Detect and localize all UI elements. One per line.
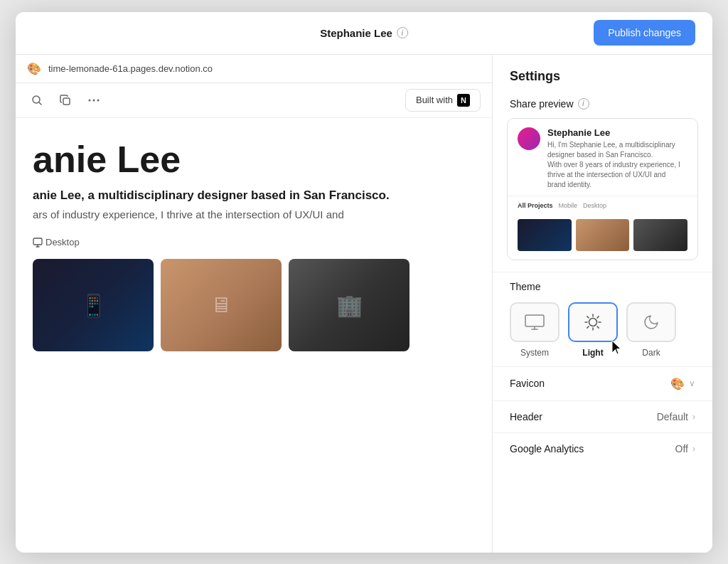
header-row-label: Header bbox=[510, 411, 542, 422]
publish-button[interactable]: Publish changes bbox=[594, 20, 695, 46]
preview-tab-all: All Projects bbox=[518, 201, 553, 211]
google-analytics-chevron-icon: › bbox=[692, 444, 695, 454]
settings-header: Settings bbox=[493, 55, 712, 92]
content-tabs-row: Desktop bbox=[33, 237, 475, 248]
theme-option-system[interactable]: System bbox=[510, 302, 560, 358]
url-text: time-lemonade-61a.pages.dev.notion.co bbox=[48, 63, 213, 74]
copy-icon[interactable] bbox=[55, 90, 75, 110]
preview-card: Stephanie Lee Hi, I'm Stephanie Lee, a m… bbox=[507, 118, 698, 260]
share-preview-row: Share preview i bbox=[493, 92, 712, 118]
preview-desc-2: With over 8 years of industry experience… bbox=[547, 160, 687, 180]
google-analytics-value: Off › bbox=[675, 443, 695, 454]
svg-line-1 bbox=[39, 102, 42, 105]
svg-line-20 bbox=[587, 326, 589, 328]
svg-point-3 bbox=[89, 99, 91, 101]
avatar bbox=[518, 127, 540, 150]
preview-tab-desktop: Desktop bbox=[583, 201, 606, 211]
theme-section: Theme System bbox=[493, 272, 712, 366]
theme-option-dark[interactable]: Dark bbox=[626, 302, 676, 358]
image-1: 📱 bbox=[33, 259, 154, 351]
preview-card-tabs: All Projects Mobile Desktop bbox=[508, 196, 697, 215]
svg-point-4 bbox=[93, 99, 95, 101]
notion-letter: N bbox=[461, 96, 466, 105]
favicon-chevron-icon: ∨ bbox=[689, 378, 695, 388]
notion-icon: N bbox=[457, 94, 470, 107]
theme-dark-label: Dark bbox=[642, 348, 660, 358]
favicon-emoji: 🎨 bbox=[27, 62, 41, 75]
preview-img-1 bbox=[518, 219, 572, 251]
header-row-value: Default › bbox=[657, 411, 695, 422]
preview-card-text: Stephanie Lee Hi, I'm Stephanie Lee, a m… bbox=[547, 127, 687, 190]
url-bar: 🎨 time-lemonade-61a.pages.dev.notion.co bbox=[16, 55, 492, 83]
google-analytics-row[interactable]: Google Analytics Off › bbox=[493, 432, 712, 464]
site-main-title: anie Lee bbox=[33, 139, 475, 180]
settings-title: Settings bbox=[510, 69, 560, 83]
desktop-tab-icon: Desktop bbox=[33, 237, 80, 248]
favicon-emoji-value: 🎨 bbox=[670, 377, 685, 390]
page-content: anie Lee anie Lee, a multidisciplinary d… bbox=[16, 118, 492, 553]
svg-line-19 bbox=[597, 316, 599, 317]
browser-toolbar: Built with N bbox=[16, 83, 492, 118]
settings-panel: Settings Share preview i Stephanie Lee H… bbox=[492, 55, 712, 553]
page-title: Stephanie Lee bbox=[320, 27, 392, 39]
theme-label: Theme bbox=[510, 281, 695, 292]
theme-system-box bbox=[510, 302, 560, 342]
image-placeholder-warm: 🖥 bbox=[161, 259, 282, 351]
image-grid: 📱 🖥 🏢 bbox=[33, 259, 475, 351]
top-bar: Stephanie Lee i Publish changes bbox=[16, 12, 712, 55]
svg-rect-6 bbox=[33, 238, 42, 245]
image-3: 🏢 bbox=[289, 259, 410, 351]
favicon-row-label: Favicon bbox=[510, 378, 545, 389]
more-options-icon[interactable] bbox=[84, 90, 104, 110]
preview-card-images bbox=[508, 215, 697, 260]
browser-window: Stephanie Lee i Publish changes 🎨 time-l… bbox=[16, 12, 712, 553]
share-preview-info-icon[interactable]: i bbox=[578, 98, 589, 110]
page-title-area: Stephanie Lee i bbox=[320, 27, 408, 39]
theme-light-label: Light bbox=[582, 348, 603, 358]
preview-card-header: Stephanie Lee Hi, I'm Stephanie Lee, a m… bbox=[508, 119, 697, 196]
svg-rect-2 bbox=[63, 98, 70, 105]
theme-options: System bbox=[510, 302, 695, 358]
image-placeholder-dark: 📱 bbox=[33, 259, 154, 351]
google-analytics-value-text: Off bbox=[675, 443, 688, 454]
preview-name: Stephanie Lee bbox=[547, 127, 687, 138]
favicon-row[interactable]: Favicon 🎨 ∨ bbox=[493, 366, 712, 400]
built-with-label: Built with bbox=[416, 95, 453, 105]
share-preview-label: Share preview bbox=[510, 98, 574, 110]
svg-rect-9 bbox=[525, 315, 544, 326]
content-area: 🎨 time-lemonade-61a.pages.dev.notion.co bbox=[16, 55, 712, 553]
preview-panel: 🎨 time-lemonade-61a.pages.dev.notion.co bbox=[16, 55, 492, 553]
header-value-text: Default bbox=[657, 411, 688, 422]
favicon-row-value: 🎨 ∨ bbox=[670, 377, 695, 390]
theme-option-light[interactable]: Light bbox=[568, 302, 618, 358]
google-analytics-label: Google Analytics bbox=[510, 443, 584, 454]
image-placeholder-gray: 🏢 bbox=[289, 259, 410, 351]
desktop-label: Desktop bbox=[46, 237, 80, 248]
image-2: 🖥 bbox=[161, 259, 282, 351]
preview-img-3 bbox=[633, 219, 687, 251]
preview-desc-3: brand identity. bbox=[547, 180, 687, 190]
info-icon[interactable]: i bbox=[397, 27, 408, 38]
site-description: ars of industry experience, I thrive at … bbox=[33, 207, 402, 223]
header-row[interactable]: Header Default › bbox=[493, 400, 712, 432]
preview-desc-1: Hi, I'm Stephanie Lee, a multidisciplina… bbox=[547, 140, 687, 160]
built-with-button[interactable]: Built with N bbox=[405, 89, 481, 112]
header-chevron-icon: › bbox=[692, 412, 695, 422]
svg-point-5 bbox=[97, 99, 100, 101]
svg-point-12 bbox=[589, 318, 597, 326]
preview-img-2 bbox=[576, 219, 630, 251]
site-subtitle: anie Lee, a multidisciplinary designer b… bbox=[33, 188, 475, 203]
svg-line-17 bbox=[587, 316, 589, 317]
theme-system-label: System bbox=[520, 348, 549, 358]
search-icon[interactable] bbox=[27, 90, 47, 110]
theme-dark-box bbox=[626, 302, 676, 342]
theme-light-box bbox=[568, 302, 618, 342]
preview-tab-mobile: Mobile bbox=[559, 201, 578, 211]
svg-line-18 bbox=[597, 326, 599, 328]
